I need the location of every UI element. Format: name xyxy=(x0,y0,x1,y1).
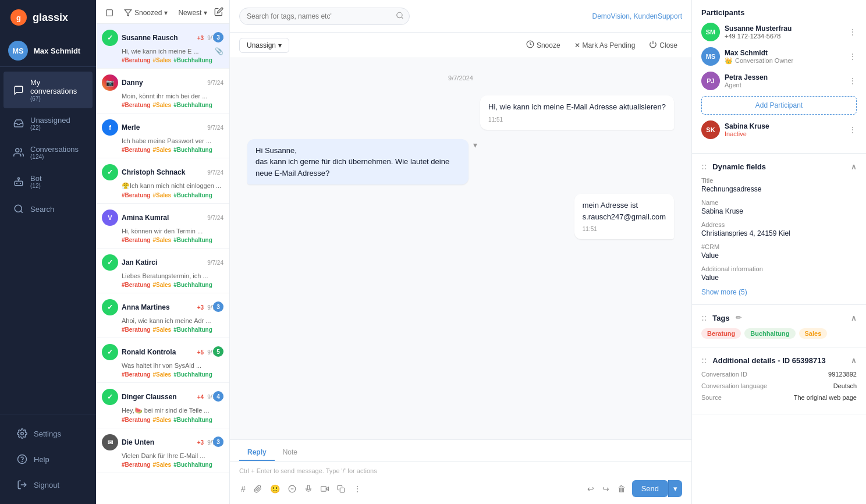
unassign-button[interactable]: Unassign ▾ xyxy=(239,38,289,53)
copy-button[interactable] xyxy=(335,483,347,495)
field-label: Address xyxy=(701,221,857,228)
tag: #Buchhaltung xyxy=(173,57,212,63)
redo-button[interactable]: ↪ xyxy=(601,482,611,495)
delete-button[interactable]: 🗑 xyxy=(616,482,627,495)
tag: #Sales xyxy=(152,192,171,198)
channel-avatar: ✓ xyxy=(102,344,118,360)
drag-icon: :: xyxy=(701,162,707,171)
sidebar: g glassix MS Max Schmidt My conversation… xyxy=(0,0,96,504)
snooze-button[interactable]: Snooze xyxy=(521,37,565,53)
search-icon xyxy=(13,203,24,215)
tag: #Sales xyxy=(152,326,171,333)
list-item[interactable]: ✓ Christoph Schnack 9/7/24 😤Ich kann mic… xyxy=(96,158,229,204)
edit-icon[interactable]: ✏ xyxy=(736,314,741,322)
tab-reply[interactable]: Reply xyxy=(239,445,275,461)
signout-icon xyxy=(16,479,28,491)
channel-avatar: V xyxy=(102,210,118,226)
sort-chevron: ▾ xyxy=(204,9,207,17)
add-participant-button[interactable]: Add Participant xyxy=(701,96,857,115)
list-item[interactable]: ✓ Anna Martines +3 9/7/24 Ahoi, wie kann… xyxy=(96,293,229,338)
participant-row: MS Max Schmidt 👑 Conversation Owner ⋮ xyxy=(701,47,857,66)
close-button[interactable]: Close xyxy=(644,37,682,53)
participant-more-icon[interactable]: ⋮ xyxy=(849,27,857,37)
nav-label-conversations: Conversations xyxy=(30,145,79,154)
list-item[interactable]: f Merle 9/7/24 Ich habe meine Passwort v… xyxy=(96,113,229,158)
svg-point-8 xyxy=(15,205,22,212)
list-item[interactable]: 📷 Danny 9/7/24 Moin, könnt ihr mich bei … xyxy=(96,69,229,113)
tag: #Buchhaltung xyxy=(173,462,212,468)
tags-wrap: Beratung Buchhaltung Sales xyxy=(701,328,857,339)
participant-more-icon[interactable]: ⋮ xyxy=(849,52,857,61)
more-options-button[interactable]: ⋮ xyxy=(352,482,363,495)
expand-icon[interactable]: ▾ xyxy=(473,140,477,150)
conv-tags: #Beratung #Sales #Buchhaltung xyxy=(102,57,223,63)
send-dropdown-button[interactable]: ▾ xyxy=(668,480,682,497)
participant-avatar: PJ xyxy=(701,72,720,90)
show-more-button[interactable]: Show more (5) xyxy=(701,288,747,296)
collapse-icon[interactable]: ∧ xyxy=(851,356,857,365)
snoozed-filter-button[interactable]: Snoozed ▾ xyxy=(120,7,171,19)
tag: #Sales xyxy=(152,462,171,468)
tab-note[interactable]: Note xyxy=(275,445,306,461)
hashtag-button[interactable]: # xyxy=(239,482,247,495)
conv-tags: #Beratung #Sales #Buchhaltung xyxy=(102,371,223,378)
sidebar-item-search[interactable]: Search xyxy=(3,197,93,221)
nav-label-settings: Settings xyxy=(34,430,61,438)
compose-tabs: Reply Note xyxy=(230,440,691,462)
logo-text: glassix xyxy=(33,12,68,24)
sidebar-item-conversations[interactable]: Conversations (124) xyxy=(3,139,93,166)
list-item[interactable]: ✓ Susanne Rausch +3 9/7/24 Hi, wie kann … xyxy=(96,24,229,69)
dynamic-field: Additional information Value xyxy=(701,265,857,282)
list-item[interactable]: ✓ Ronald Kontrola +5 9/7/24 Was haltet i… xyxy=(96,338,229,383)
list-item[interactable]: V Amina Kumral 9/7/24 Hi, können wir den… xyxy=(96,204,229,249)
conv-time: 9/7/24 xyxy=(207,125,223,131)
participant-more-icon[interactable]: ⋮ xyxy=(849,76,857,86)
field-value: Rechnungsadresse xyxy=(701,185,857,193)
collapse-icon[interactable]: ∧ xyxy=(851,162,857,171)
attach-button[interactable] xyxy=(252,483,264,495)
sidebar-item-help[interactable]: Help xyxy=(7,447,89,471)
svg-rect-14 xyxy=(107,10,113,16)
sidebar-item-settings[interactable]: Settings xyxy=(7,421,89,446)
channel-avatar: ✉ xyxy=(102,434,118,450)
conv-name: Die Unten xyxy=(122,438,191,446)
conv-preview: Ahoi, wie kann ich meine Adr ... xyxy=(102,317,223,324)
sidebar-item-my-conversations[interactable]: My conversations (67) xyxy=(3,72,93,108)
nav-label-search: Search xyxy=(30,205,54,214)
list-item[interactable]: ✓ Jan Katirci 9/7/24 Liebes Beratungster… xyxy=(96,249,229,293)
additional-title: Additional details - ID 65398713 xyxy=(712,356,825,365)
emoji-button[interactable]: 🙂 xyxy=(268,482,282,495)
sort-button[interactable]: Newest ▾ xyxy=(175,7,211,19)
sidebar-item-signout[interactable]: Signout xyxy=(7,473,89,497)
audio-button[interactable] xyxy=(303,483,314,495)
new-conversation-button[interactable] xyxy=(214,7,223,19)
snoozed-filter-label: Snoozed xyxy=(134,9,162,17)
svg-line-9 xyxy=(20,211,22,212)
sidebar-item-bot[interactable]: Bot (12) xyxy=(3,168,93,196)
filter-checkbox[interactable] xyxy=(102,7,117,19)
participant-more-icon[interactable]: ⋮ xyxy=(849,125,857,134)
sidebar-item-unassigned[interactable]: Unassigned (22) xyxy=(3,109,93,137)
video-button[interactable] xyxy=(319,483,331,495)
search-input[interactable] xyxy=(239,8,410,25)
undo-button[interactable]: ↩ xyxy=(585,482,596,495)
message-bubble: Hi Susanne, das kann ich gerne für dich … xyxy=(247,139,469,185)
search-icon xyxy=(396,11,404,21)
nav-label-help: Help xyxy=(34,455,49,464)
nav-label-my-conversations: My conversations xyxy=(30,78,83,95)
conv-name: Jan Katirci xyxy=(122,258,204,267)
message-bubble: mein Adresse ists.rausch247@gmail.com 11… xyxy=(574,194,674,239)
chat-icon xyxy=(13,84,24,96)
gif-button[interactable] xyxy=(286,483,298,495)
tag: #Sales xyxy=(152,57,171,63)
list-item[interactable]: ✉ Die Unten +3 9/7/24 Vielen Dank für Ih… xyxy=(96,428,229,473)
conv-time: 9/7/24 xyxy=(207,169,223,176)
list-item[interactable]: ✓ Dinger Claussen +4 9/7/24 Hey,🍉 bei mi… xyxy=(96,383,229,428)
tag: #Beratung xyxy=(122,102,150,108)
field-label: Name xyxy=(701,199,857,206)
collapse-icon[interactable]: ∧ xyxy=(851,314,857,322)
message-2: Hi Susanne, das kann ich gerne für dich … xyxy=(247,139,674,185)
mark-as-pending-button[interactable]: ✕ Mark As Pending xyxy=(570,38,640,52)
send-button[interactable]: Send xyxy=(632,480,668,497)
tag: #Sales xyxy=(152,282,171,288)
